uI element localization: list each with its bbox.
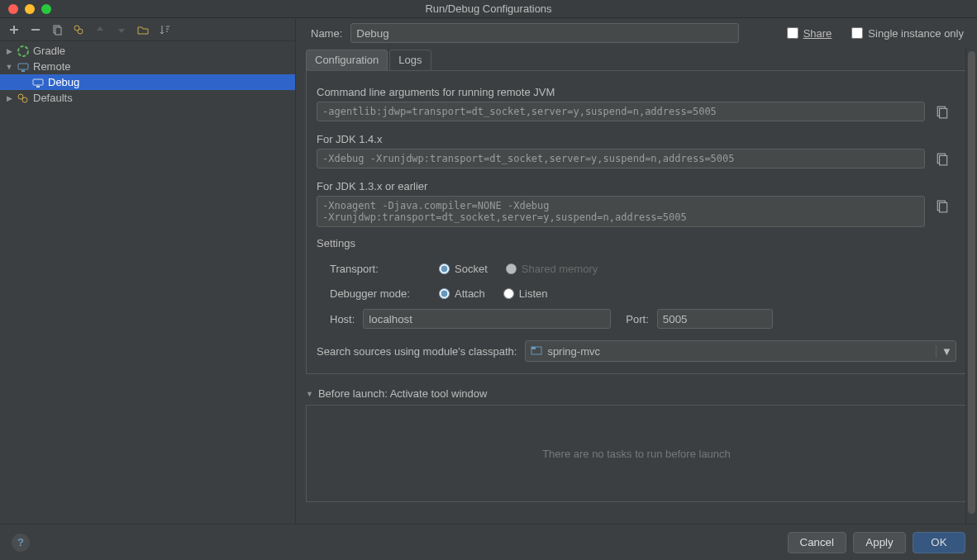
help-button[interactable]: ? — [12, 534, 30, 552]
sidebar-toolbar — [0, 18, 295, 41]
jdk13-field[interactable]: -Xnoagent -Djava.compiler=NONE -Xdebug -… — [317, 196, 925, 227]
tree-item-defaults[interactable]: ▶ Defaults — [0, 90, 295, 106]
transport-socket-radio[interactable]: Socket — [439, 263, 488, 275]
cancel-button[interactable]: Cancel — [788, 532, 847, 553]
maximize-window-button[interactable] — [41, 4, 51, 14]
cmd-args-field[interactable]: -agentlib:jdwp=transport=dt_socket,serve… — [317, 102, 925, 121]
config-tree[interactable]: ▶ Gradle ▼ Remote Debug — [0, 41, 295, 524]
module-classpath-label: Search sources using module's classpath: — [317, 345, 517, 358]
window-title: Run/Debug Configurations — [0, 2, 977, 15]
transport-shared-radio: Shared memory — [506, 263, 598, 275]
details-panel: Name: Share Single instance only Configu… — [296, 18, 977, 524]
minimize-window-button[interactable] — [25, 4, 35, 14]
module-icon — [531, 344, 542, 358]
svg-rect-19 — [531, 347, 536, 349]
svg-rect-13 — [940, 108, 947, 117]
mode-listen-radio[interactable]: Listen — [503, 287, 548, 300]
jdk14-field[interactable]: -Xdebug -Xrunjdwp:transport=dt_socket,se… — [317, 149, 925, 168]
configuration-panel: Command line arguments for running remot… — [306, 70, 967, 374]
svg-rect-7 — [21, 70, 25, 72]
svg-rect-0 — [31, 29, 40, 31]
tree-label: Remote — [33, 60, 71, 73]
remote-icon — [31, 76, 45, 89]
titlebar: Run/Debug Configurations — [0, 0, 977, 18]
svg-point-11 — [22, 97, 27, 102]
scrollbar-thumb[interactable] — [968, 51, 975, 514]
tree-label: Debug — [48, 76, 79, 88]
svg-rect-6 — [18, 64, 28, 69]
before-launch-header[interactable]: ▼ Before launch: Activate tool window — [306, 387, 967, 400]
host-label: Host: — [330, 313, 355, 325]
ok-button[interactable]: OK — [913, 532, 965, 553]
copy-icon[interactable] — [933, 150, 951, 168]
host-input[interactable] — [363, 309, 611, 329]
jdk13-label: For JDK 1.3.x or earlier — [317, 180, 956, 192]
module-classpath-combo[interactable]: spring-mvc ▼ — [525, 340, 956, 362]
remove-config-button[interactable] — [26, 21, 45, 39]
before-launch-section: ▼ Before launch: Activate tool window Th… — [306, 387, 967, 502]
chevron-down-icon: ▼ — [5, 63, 13, 71]
copy-icon[interactable] — [933, 197, 951, 216]
remote-icon — [17, 60, 30, 74]
tab-configuration[interactable]: Configuration — [306, 50, 388, 70]
settings-label: Settings — [317, 237, 956, 249]
tree-item-debug[interactable]: Debug — [0, 74, 295, 90]
defaults-icon — [17, 92, 30, 105]
tree-item-gradle[interactable]: ▶ Gradle — [0, 43, 295, 59]
copy-config-button[interactable] — [48, 21, 66, 39]
svg-rect-8 — [33, 79, 43, 85]
sort-button[interactable] — [155, 21, 174, 39]
tree-label: Gradle — [33, 45, 65, 57]
cmd-args-label: Command line arguments for running remot… — [317, 86, 956, 98]
single-instance-checkbox[interactable]: Single instance only — [851, 27, 964, 40]
share-checkbox[interactable]: Share — [787, 27, 832, 40]
sidebar: ▶ Gradle ▼ Remote Debug — [0, 18, 296, 524]
move-up-button — [91, 21, 109, 39]
dialog-footer: ? Cancel Apply OK — [0, 524, 977, 560]
apply-button[interactable]: Apply — [853, 532, 906, 553]
chevron-down-icon: ▼ — [306, 390, 313, 398]
mode-attach-radio[interactable]: Attach — [439, 287, 485, 300]
before-launch-list[interactable]: There are no tasks to run before launch — [306, 405, 967, 502]
tab-logs[interactable]: Logs — [389, 50, 431, 70]
add-config-button[interactable] — [5, 21, 23, 39]
chevron-down-icon: ▼ — [936, 345, 951, 358]
folder-button[interactable] — [134, 21, 152, 39]
svg-rect-15 — [940, 155, 947, 164]
scrollbar[interactable] — [965, 48, 977, 524]
tab-bar: Configuration Logs — [296, 50, 977, 70]
transport-label: Transport: — [330, 263, 429, 275]
svg-point-5 — [18, 46, 28, 56]
copy-icon[interactable] — [933, 103, 951, 121]
chevron-right-icon: ▶ — [5, 94, 13, 102]
tree-label: Defaults — [33, 92, 73, 104]
move-down-button — [112, 21, 131, 39]
gradle-icon — [17, 45, 30, 58]
chevron-right-icon: ▶ — [5, 47, 13, 55]
tree-item-remote[interactable]: ▼ Remote — [0, 59, 295, 74]
svg-rect-2 — [55, 27, 61, 35]
svg-rect-17 — [940, 202, 947, 211]
svg-point-4 — [78, 29, 83, 34]
close-window-button[interactable] — [8, 4, 18, 14]
module-value: spring-mvc — [547, 345, 600, 358]
port-input[interactable] — [657, 309, 773, 329]
name-input[interactable] — [350, 23, 739, 43]
empty-state-text: There are no tasks to run before launch — [542, 448, 731, 460]
window-controls — [0, 4, 51, 14]
name-label: Name: — [311, 27, 342, 40]
svg-rect-9 — [36, 86, 40, 88]
edit-defaults-button[interactable] — [69, 21, 88, 39]
jdk14-label: For JDK 1.4.x — [317, 133, 956, 145]
debugger-mode-label: Debugger mode: — [330, 287, 429, 300]
port-label: Port: — [626, 313, 648, 325]
